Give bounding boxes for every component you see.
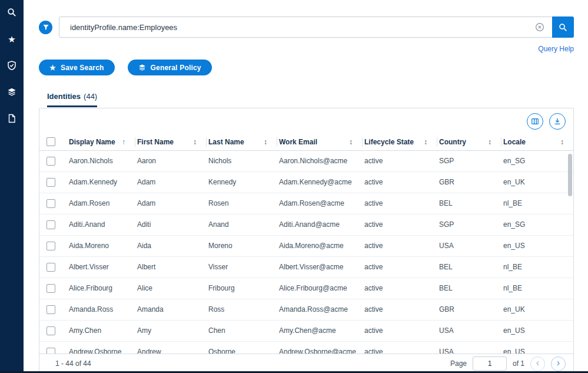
table-cell: Rosen xyxy=(206,193,277,214)
table-cell: Amanda.Ross@acme xyxy=(277,299,362,320)
vertical-scrollbar[interactable] xyxy=(568,154,572,196)
row-checkbox-cell xyxy=(39,256,67,278)
column-header-lifecycle-state[interactable]: Lifecycle State↕ xyxy=(362,134,437,150)
query-help-link[interactable]: Query Help xyxy=(538,45,574,53)
column-settings-button[interactable] xyxy=(527,113,543,130)
table-cell: nl_BE xyxy=(501,256,573,278)
table-cell: Andrew.Osborne@acme xyxy=(277,341,362,354)
results-panel: Display Name↑First Name↕Last Name↕Work E… xyxy=(39,108,574,373)
table-cell: Fribourg xyxy=(206,278,277,299)
previous-page-button[interactable]: ‹ xyxy=(530,357,545,371)
row-checkbox-cell xyxy=(39,278,67,299)
table-row[interactable]: Aida.MorenoAidaMorenoAida.Moreno@acmeact… xyxy=(39,235,573,256)
main-content: Query Help ★ Save Search General Policy … xyxy=(24,0,588,373)
tab-label: Identities xyxy=(47,92,81,101)
pager: Page of 1 ‹ › xyxy=(450,357,566,371)
row-checkbox[interactable] xyxy=(46,263,55,272)
column-header-display-name[interactable]: Display Name↑ xyxy=(67,134,135,150)
table-cell: Amanda.Ross xyxy=(67,299,135,320)
table-cell: Alice.Fribourg@acme xyxy=(277,278,362,299)
star-icon[interactable]: ★ xyxy=(6,34,17,44)
table-cell: Moreno xyxy=(206,235,277,256)
sort-toggle-icon[interactable]: ↕ xyxy=(264,138,267,146)
table-cell: Aaron.Nichols@acme xyxy=(277,150,362,171)
search-input[interactable] xyxy=(59,17,573,37)
table-cell: Aida.Moreno xyxy=(67,235,135,256)
page-input[interactable] xyxy=(473,357,507,371)
table-row[interactable]: Aaron.NicholsAaronNicholsAaron.Nichols@a… xyxy=(39,150,573,171)
table-cell: en_SG xyxy=(501,150,573,171)
search-icon[interactable] xyxy=(6,7,17,18)
row-checkbox[interactable] xyxy=(46,348,55,354)
table-row[interactable]: Alice.FribourgAliceFribourgAlice.Fribour… xyxy=(39,278,573,299)
table-row[interactable]: Amanda.RossAmandaRossAmanda.Ross@acmeact… xyxy=(39,299,573,320)
identities-table: Display Name↑First Name↕Last Name↕Work E… xyxy=(39,134,573,354)
row-checkbox[interactable] xyxy=(46,284,55,293)
table-cell: Alice.Fribourg xyxy=(67,278,135,299)
document-icon[interactable] xyxy=(6,113,17,124)
download-button[interactable] xyxy=(549,113,566,130)
row-checkbox[interactable] xyxy=(46,305,55,314)
clear-search-icon[interactable] xyxy=(535,22,544,32)
row-checkbox[interactable] xyxy=(46,326,55,335)
general-policy-label: General Policy xyxy=(151,64,201,72)
table-cell: Anand xyxy=(206,214,277,235)
table-cell: Adam.Kennedy xyxy=(67,171,135,193)
row-checkbox-cell xyxy=(39,320,67,341)
row-checkbox[interactable] xyxy=(46,178,55,187)
table-cell: GBR xyxy=(437,299,501,320)
sort-toggle-icon[interactable]: ↕ xyxy=(424,138,427,146)
row-checkbox[interactable] xyxy=(46,199,55,208)
table-cell: GBR xyxy=(437,171,501,193)
row-checkbox-cell xyxy=(39,150,67,171)
table-cell: active xyxy=(362,256,437,278)
table-cell: active xyxy=(362,341,437,354)
table-header-row: Display Name↑First Name↕Last Name↕Work E… xyxy=(39,134,573,150)
table-body: Aaron.NicholsAaronNicholsAaron.Nichols@a… xyxy=(39,150,573,354)
table-cell: active xyxy=(362,320,437,341)
filter-button[interactable] xyxy=(39,21,52,34)
table-cell: Chen xyxy=(206,320,277,341)
table-row[interactable]: Amy.ChenAmyChenAmy.Chen@acmeactiveUSAen_… xyxy=(39,320,573,341)
column-header-country[interactable]: Country↕ xyxy=(437,134,501,150)
table-row[interactable]: Adam.KennedyAdamKennedyAdam.Kennedy@acme… xyxy=(39,171,573,193)
table-row[interactable]: Adam.RosenAdamRosenAdam.Rosen@acmeactive… xyxy=(39,193,573,214)
column-header-locale[interactable]: Locale↕ xyxy=(501,134,573,150)
select-all-checkbox[interactable] xyxy=(46,137,55,146)
general-policy-button[interactable]: General Policy xyxy=(128,60,212,75)
table-cell: Aaron.Nichols xyxy=(67,150,135,171)
table-cell: Alice xyxy=(135,278,206,299)
shield-check-icon[interactable] xyxy=(6,60,17,71)
sort-toggle-icon[interactable]: ↕ xyxy=(560,138,564,146)
sort-toggle-icon[interactable]: ↕ xyxy=(488,138,491,146)
pagination-range: 1 - 44 of 44 xyxy=(55,359,91,368)
layers-icon[interactable] xyxy=(6,87,17,97)
column-header-work-email[interactable]: Work Email↕ xyxy=(277,134,362,150)
sidebar: ★ xyxy=(0,0,24,373)
search-button[interactable] xyxy=(552,16,574,38)
table-cell: active xyxy=(362,299,437,320)
table-row[interactable]: Andrew.OsborneAndrewOsborneAndrew.Osborn… xyxy=(39,341,573,354)
tab-identities[interactable]: Identities (44) xyxy=(47,92,97,107)
table-cell: Albert.Visser xyxy=(67,256,135,278)
table-cell: Osborne xyxy=(206,341,277,354)
table-cell: Amanda xyxy=(135,299,206,320)
save-search-button[interactable]: ★ Save Search xyxy=(39,60,115,75)
tab-row: Identities (44) xyxy=(47,91,574,106)
sort-ascending-icon[interactable]: ↑ xyxy=(122,138,125,146)
table-row[interactable]: Albert.VisserAlbertVisserAlbert.Visser@a… xyxy=(39,256,573,278)
column-header-last-name[interactable]: Last Name↕ xyxy=(206,134,277,150)
row-checkbox[interactable] xyxy=(46,220,55,229)
tab-count: (44) xyxy=(84,92,97,101)
row-checkbox[interactable] xyxy=(46,242,55,250)
column-header-first-name[interactable]: First Name↕ xyxy=(135,134,206,150)
row-checkbox-cell xyxy=(39,235,67,256)
next-page-button[interactable]: › xyxy=(551,357,566,371)
table-cell: Andrew.Osborne xyxy=(67,341,135,354)
table-cell: USA xyxy=(437,235,501,256)
row-checkbox[interactable] xyxy=(46,157,55,166)
table-cell: Ross xyxy=(206,299,277,320)
table-row[interactable]: Aditi.AnandAditiAnandAditi.Anand@acmeact… xyxy=(39,214,573,235)
sort-toggle-icon[interactable]: ↕ xyxy=(349,138,353,146)
sort-toggle-icon[interactable]: ↕ xyxy=(193,138,197,146)
